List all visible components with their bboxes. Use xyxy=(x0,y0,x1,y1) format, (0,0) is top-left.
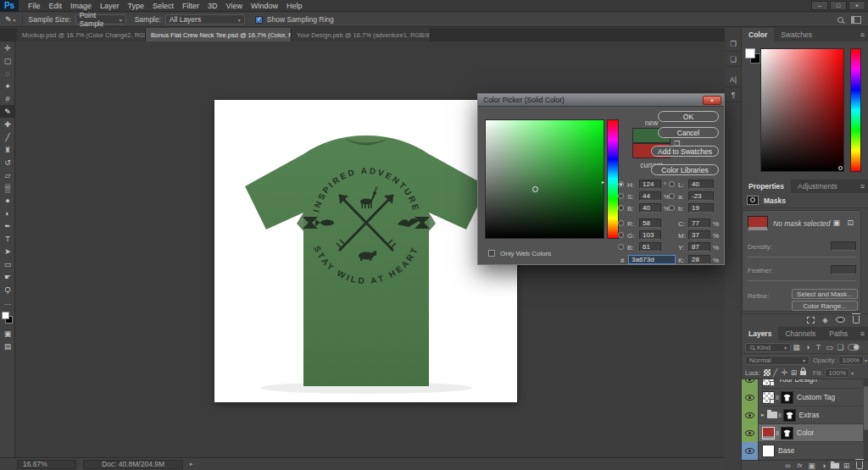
new-group-icon[interactable] xyxy=(831,462,839,468)
tab-swatches[interactable]: Swatches xyxy=(774,28,819,41)
add-pixel-mask-icon[interactable]: ▣ xyxy=(832,218,840,227)
search-icon[interactable] xyxy=(837,17,843,23)
layer-mask-thumbnail[interactable] xyxy=(781,427,793,440)
m-field[interactable]: 37 xyxy=(688,230,710,240)
radio-b-blue[interactable] xyxy=(618,244,624,250)
visibility-eye-icon[interactable] xyxy=(745,395,754,401)
brush-tool[interactable]: ╱ xyxy=(0,130,15,143)
scrollbar-thumb[interactable] xyxy=(864,386,868,430)
workspace-switcher-icon[interactable] xyxy=(851,16,861,24)
menu-help[interactable]: Help xyxy=(282,2,307,10)
clone-stamp-tool[interactable]: ♜ xyxy=(0,143,15,156)
radio-s[interactable] xyxy=(618,193,624,199)
group-expand-icon[interactable]: ▸ xyxy=(761,412,765,418)
panel-menu-icon[interactable]: ≡ xyxy=(857,327,868,340)
filter-smart-object-icon[interactable]: ❏ xyxy=(835,342,846,352)
b-field[interactable]: 40 xyxy=(639,203,661,213)
lock-artboard-icon[interactable]: ⊞ xyxy=(789,368,798,378)
radio-b-brightness[interactable] xyxy=(618,205,624,211)
layers-scrollbar[interactable] xyxy=(864,379,868,460)
layer-row-base[interactable]: Base xyxy=(742,442,863,460)
layer-name[interactable]: Color xyxy=(797,429,814,437)
filter-kind-dropdown[interactable]: Kind xyxy=(745,343,791,352)
type-tool[interactable]: T xyxy=(0,232,15,245)
layer-thumbnail[interactable] xyxy=(762,391,775,404)
lasso-tool[interactable]: ◌ xyxy=(0,67,15,80)
tab-layers[interactable]: Layers xyxy=(742,327,778,340)
layer-row-custom-tag[interactable]: ∞ Custom Tag xyxy=(742,389,863,406)
radio-a[interactable] xyxy=(669,193,675,199)
filter-adjustment-icon[interactable]: ◑ xyxy=(802,342,813,352)
density-value-field[interactable] xyxy=(831,241,856,251)
menu-file[interactable]: File xyxy=(24,2,45,10)
layer-mask-thumbnail[interactable] xyxy=(783,409,796,422)
lock-all-icon[interactable] xyxy=(800,371,806,375)
menu-view[interactable]: View xyxy=(222,2,247,10)
blue-field[interactable]: 61 xyxy=(639,242,661,252)
ok-button[interactable]: OK xyxy=(658,111,719,122)
paragraph-panel-icon[interactable]: ¶ xyxy=(725,87,742,102)
g-field[interactable]: 103 xyxy=(639,230,661,240)
visibility-eye-icon[interactable] xyxy=(745,379,754,383)
status-expand-icon[interactable]: ▸ xyxy=(190,461,193,467)
layer-mask-thumbnail[interactable] xyxy=(781,391,793,404)
hue-slider-left-arrow-icon[interactable]: ▸ xyxy=(602,179,604,185)
quick-selection-tool[interactable]: ✦ xyxy=(0,80,15,92)
mask-link-icon[interactable]: ∞ xyxy=(775,430,781,436)
mask-link-icon[interactable]: ∞ xyxy=(775,395,781,401)
lock-transparency-icon[interactable] xyxy=(764,369,771,376)
tab-properties[interactable]: Properties xyxy=(742,180,791,193)
pen-tool[interactable]: ✒ xyxy=(0,219,15,232)
hand-tool[interactable]: ☛ xyxy=(0,270,15,283)
character-panel-icon[interactable]: A| xyxy=(725,72,742,87)
l-field[interactable]: 40 xyxy=(688,180,714,189)
marquee-tool[interactable]: ▢ xyxy=(0,54,15,67)
add-vector-mask-icon[interactable]: ⊡ xyxy=(847,218,854,227)
radio-lab-b[interactable] xyxy=(669,205,675,211)
c-field[interactable]: 77 xyxy=(688,218,710,228)
visibility-eye-icon[interactable] xyxy=(745,448,754,454)
menu-layer[interactable]: Layer xyxy=(96,2,124,10)
sample-size-dropdown[interactable]: Point Sample xyxy=(75,14,126,25)
picker-hue-slider[interactable] xyxy=(607,119,619,239)
new-layer-icon[interactable]: ⊞ xyxy=(841,461,852,470)
picker-field-marker[interactable] xyxy=(532,186,538,192)
history-brush-tool[interactable]: ↺ xyxy=(0,156,15,169)
artboard[interactable]: INSPIRED ADVENTURE STAY WILD AT HEART xyxy=(214,100,517,402)
layer-thumbnail-red[interactable] xyxy=(748,216,768,230)
move-tool[interactable]: ✛ xyxy=(0,41,15,54)
only-web-colors-checkbox[interactable] xyxy=(488,250,495,257)
load-selection-icon[interactable] xyxy=(807,317,815,323)
y-field[interactable]: 87 xyxy=(688,242,710,252)
add-layer-mask-icon[interactable]: ▣ xyxy=(806,461,817,470)
eyedropper-tool-icon[interactable]: ✎ xyxy=(5,15,12,24)
screen-mode-button[interactable]: ▤ xyxy=(0,340,15,352)
link-layers-icon[interactable]: ∞ xyxy=(782,461,793,470)
filter-type-icon[interactable]: T xyxy=(813,342,824,352)
lock-pixels-icon[interactable]: ╱ xyxy=(771,368,780,378)
dialog-close-button[interactable]: × xyxy=(703,96,721,105)
lock-position-icon[interactable]: ✛ xyxy=(780,368,789,378)
select-and-mask-button[interactable]: Select and Mask... xyxy=(792,289,858,299)
dodge-tool[interactable]: ◐ xyxy=(0,207,15,219)
history-panel-icon[interactable]: ❐ xyxy=(725,36,742,52)
path-select-tool[interactable]: ➤ xyxy=(0,245,15,257)
layer-thumbnail[interactable] xyxy=(762,379,775,386)
color-libraries-button[interactable]: Color Libraries xyxy=(651,164,719,175)
panel-foreground-color-well[interactable] xyxy=(745,48,755,58)
filter-shape-icon[interactable]: ▭ xyxy=(824,342,835,352)
comments-panel-icon[interactable]: ❏ xyxy=(725,52,742,67)
eyedropper-tool[interactable]: ✎ xyxy=(0,105,15,118)
tab-color[interactable]: Color xyxy=(742,28,774,41)
visibility-eye-icon[interactable] xyxy=(745,412,754,418)
picker-color-field[interactable] xyxy=(485,119,604,239)
zoom-tool[interactable]: Ǫ xyxy=(0,283,15,296)
layer-name[interactable]: Custom Tag xyxy=(797,393,835,401)
eraser-tool[interactable]: ▱ xyxy=(0,169,15,181)
radio-l[interactable] xyxy=(669,181,675,187)
tab-mockup[interactable]: Mockup.psd @ 16.7% (Color Change2, RGB/8… xyxy=(17,28,146,41)
layer-row-color[interactable]: ∞ Color xyxy=(742,424,863,442)
layer-row-extras[interactable]: ▸ ∞ Extras xyxy=(742,406,863,424)
menu-image[interactable]: Image xyxy=(66,2,96,10)
tool-preset-caret-icon[interactable]: ▾ xyxy=(14,17,16,23)
